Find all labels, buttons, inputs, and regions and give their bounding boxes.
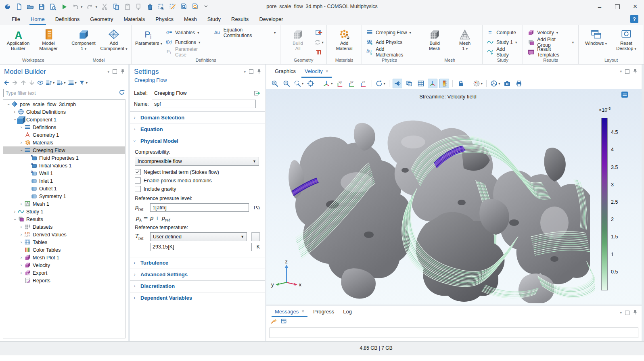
tree-expander[interactable]: ›: [12, 217, 17, 221]
select-box-icon[interactable]: [157, 3, 165, 10]
tree-expander[interactable]: ›: [19, 141, 24, 145]
section-header-physical-model[interactable]: ›Physical Model: [130, 135, 265, 146]
run-icon[interactable]: [60, 3, 68, 10]
customize-toolbar-icon[interactable]: [203, 3, 210, 10]
ribbon-result-templates-button[interactable]: Result Templates: [526, 47, 575, 56]
tree-node-inlet-1[interactable]: Inlet 1: [3, 177, 125, 185]
transparency-button[interactable]: [404, 79, 414, 88]
environment-reflections-button[interactable]: ▾: [490, 79, 500, 88]
overlays-icon[interactable]: [191, 3, 199, 10]
panel-float-icon[interactable]: [625, 311, 629, 315]
section-header-equation[interactable]: ›Equation: [130, 123, 265, 135]
menu-tab-definitions[interactable]: Definitions: [50, 13, 85, 25]
panel-pin-icon[interactable]: [257, 68, 261, 75]
ribbon-mesh-1-button[interactable]: Mesh1 ▾: [450, 27, 479, 57]
redo-icon[interactable]: [86, 3, 94, 10]
tree-expander[interactable]: ›: [19, 233, 24, 237]
tree-expander[interactable]: ›: [12, 210, 17, 214]
section-header-dependent-variables[interactable]: ›Dependent Variables: [130, 292, 265, 304]
tree-node-creeping-flow[interactable]: ›Creeping Flow: [3, 146, 125, 154]
graphics-tab-velocity[interactable]: Velocity×: [300, 65, 333, 78]
copy-icon[interactable]: [112, 3, 120, 10]
ribbon-model-manager-button[interactable]: ModelManager: [34, 27, 63, 57]
close-button[interactable]: ×: [626, 0, 644, 13]
minimize-button[interactable]: –: [591, 0, 608, 13]
panel-float-icon[interactable]: [249, 69, 253, 74]
help-button[interactable]: ?: [630, 15, 638, 23]
color-legend-button[interactable]: [439, 79, 449, 88]
maximize-button[interactable]: [608, 0, 626, 13]
filter-button[interactable]: ▾: [79, 79, 88, 86]
tree-node-outlet-1[interactable]: Outlet 1: [3, 185, 125, 192]
color-palette-button[interactable]: ▾: [473, 79, 483, 88]
plot-while-solving-icon[interactable]: [621, 92, 628, 98]
checkbox-include-gravity[interactable]: Include gravity: [135, 185, 260, 193]
collapse-list-button[interactable]: ▾: [56, 79, 65, 86]
menu-tab-developer[interactable]: Developer: [254, 13, 288, 25]
section-header-domain-selection[interactable]: ›Domain Selection: [130, 111, 265, 123]
tree-expander[interactable]: ›: [19, 225, 24, 229]
tree-expander[interactable]: ›: [19, 263, 24, 267]
tree-expander[interactable]: ›: [19, 240, 24, 244]
go-to-source-button[interactable]: [251, 232, 260, 241]
tree-node-mesh-1[interactable]: ›Mesh 1: [3, 200, 125, 208]
menu-tab-home[interactable]: Home: [25, 13, 50, 25]
tree-node-color-tables[interactable]: Color Tables: [3, 246, 125, 254]
tree-node-datasets[interactable]: ›Datasets: [3, 223, 125, 231]
tree-node-results[interactable]: ›Results: [3, 215, 125, 223]
move-down-button[interactable]: [29, 79, 35, 86]
ribbon-add-mathematics-button[interactable]: ΔuAdd Mathematics: [365, 47, 414, 56]
view-xz-button[interactable]: xz: [359, 79, 368, 88]
graphics-canvas[interactable]: Streamline: Velocity field zxy ×10-3 4.5…: [266, 89, 642, 305]
save-icon[interactable]: [38, 3, 45, 10]
ref-temperature-input[interactable]: [150, 243, 252, 251]
menu-tab-file[interactable]: File: [6, 13, 25, 25]
zoom-out-button[interactable]: [282, 79, 291, 88]
graphics-tab-graphics[interactable]: Graphics: [270, 65, 300, 78]
tree-expander[interactable]: ›: [19, 148, 24, 152]
name-field[interactable]: [152, 100, 256, 108]
view-yz-button[interactable]: yz: [347, 79, 357, 88]
tree-node-materials[interactable]: ›Materials: [3, 139, 125, 146]
panel-menu-icon[interactable]: ▾: [620, 311, 622, 315]
ribbon-add-study-button[interactable]: Add Study: [485, 47, 520, 56]
ribbon-study-1-button[interactable]: Study 1▾: [485, 38, 520, 47]
tree-node-geometry-1[interactable]: Geometry 1: [3, 131, 125, 139]
section-header-turbulence[interactable]: ›Turbulence: [130, 257, 265, 269]
ribbon-build-all-button[interactable]: BuildAll: [283, 27, 312, 57]
compressibility-select[interactable]: Incompressible flow▼: [135, 157, 259, 166]
messages-tab-messages[interactable]: Messages×: [270, 306, 309, 317]
panel-float-icon[interactable]: [625, 69, 629, 74]
section-header-discretization[interactable]: ›Discretization: [130, 280, 265, 292]
ribbon-parameters-button[interactable]: PiParameters ▾: [134, 27, 163, 57]
panel-pin-icon[interactable]: [633, 68, 638, 75]
tree-node-wall-1[interactable]: DWall 1: [3, 169, 125, 177]
tree-node-initial-values-1[interactable]: DInitial Values 1: [3, 162, 125, 169]
go-to-view-button[interactable]: ▾: [322, 79, 333, 88]
forward-button[interactable]: [12, 79, 18, 86]
tree-filter-input[interactable]: [3, 89, 116, 97]
menu-tab-geometry[interactable]: Geometry: [85, 13, 118, 25]
rotate-button[interactable]: ▾: [375, 79, 386, 88]
panel-float-icon[interactable]: [113, 69, 117, 74]
tree-expander[interactable]: ›: [6, 102, 11, 106]
ribbon-app-builder-button[interactable]: AApplicationBuilder: [4, 27, 33, 57]
ribbon-build-mesh-button[interactable]: BuildMesh: [420, 27, 449, 57]
new-icon[interactable]: [15, 3, 23, 10]
ribbon-compute-button[interactable]: =Compute: [485, 28, 520, 37]
scene-light-button[interactable]: [393, 79, 402, 88]
ref-temperature-select[interactable]: User defined▼: [150, 232, 247, 241]
tree-node-derived-values[interactable]: ›8.85e-12Derived Values: [3, 231, 125, 238]
expand-list-button[interactable]: ▾: [46, 79, 54, 86]
clear-selection-icon[interactable]: [169, 3, 176, 10]
panel-pin-icon[interactable]: [120, 68, 125, 75]
delete-icon[interactable]: [146, 3, 154, 10]
ref-pressure-input[interactable]: [150, 203, 249, 212]
ribbon-component-button[interactable]: Component1 ▾: [69, 27, 98, 57]
show-button[interactable]: [37, 79, 44, 86]
paste-icon[interactable]: [123, 3, 131, 10]
group-list-button[interactable]: ▾: [68, 79, 77, 86]
ribbon-variables-button[interactable]: a=Variables▾: [164, 28, 211, 37]
tree-node-study-1[interactable]: ›Study 1: [3, 208, 125, 215]
tree-node-fluid-properties-1[interactable]: DFluid Properties 1: [3, 154, 125, 162]
